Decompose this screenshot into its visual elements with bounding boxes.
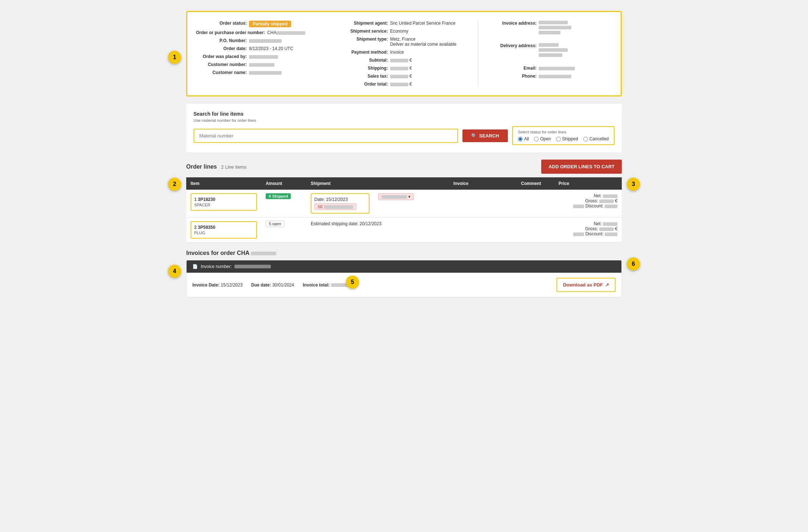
row2-est-shipping: Estimated shipping date: 20/12/2023: [311, 221, 445, 226]
row2-price-col: Net: Gross: € Discount:: [554, 218, 622, 243]
row2-price-discount: Discount:: [559, 231, 617, 236]
shipment-agent-value: Snc United Parcel Service France: [390, 21, 456, 26]
col-header-price: Price: [554, 177, 622, 190]
order-total-label: Order total:: [337, 82, 388, 87]
order-date-label: Order date:: [196, 46, 247, 51]
row1-item-box: 1 3P18230 SPACER: [191, 193, 257, 211]
sales-tax-label: Sales tax:: [337, 74, 388, 79]
row2-comment-col: [517, 218, 554, 243]
email-value: [539, 66, 575, 71]
row1-item-col: 1 3P18230 SPACER: [186, 190, 261, 218]
shipment-type-row: Shipment type: Metz, France Deliver as m…: [337, 37, 471, 47]
download-pdf-button[interactable]: Download as PDF ↗: [556, 278, 616, 292]
invoice-address-row: Invoice address:: [486, 21, 612, 34]
annotation-5: 5: [346, 276, 359, 289]
search-input[interactable]: [193, 129, 458, 143]
p-number-value: [249, 38, 282, 43]
row1-item-number: 1 3P18230: [194, 197, 253, 202]
order-date-row: Order date: 8/12/2023 - 14.20 UTC: [196, 46, 330, 51]
invoice-card: 📄 Invoice number: Invoice Date: 15/12/20…: [186, 260, 622, 297]
row2-shipment-col: Estimated shipping date: 20/12/2023: [306, 218, 449, 243]
order-mid-col: Shipment agent: Snc United Parcel Servic…: [337, 21, 471, 87]
shipping-label: Shipping:: [337, 66, 388, 71]
order-date-value: 8/12/2023 - 14.20 UTC: [249, 46, 293, 51]
col-header-amount: Amount: [261, 177, 306, 190]
sales-tax-row: Sales tax: €: [337, 74, 471, 79]
status-options: All Open Shipped Cancelled: [518, 136, 609, 141]
annotation-2: 2: [168, 178, 181, 191]
customer-name-row: Customer name:: [196, 70, 330, 75]
search-section: Search for line items Use material numbe…: [186, 104, 622, 152]
status-option-all[interactable]: All: [518, 136, 529, 141]
row2-price-net: Net:: [559, 221, 617, 226]
order-lines-section: Order lines 2 Line items ADD ORDER LINES…: [186, 160, 622, 243]
search-row: 🔍 SEARCH Select status for order lines A…: [193, 126, 615, 145]
row1-shipment-col: Date: 15/12/2023 SE: [306, 190, 374, 218]
order-lines-table: Item Amount Shipment Invoice Comment Pri…: [186, 177, 622, 243]
order-left-col: Order status: Partially shipped Order or…: [196, 21, 330, 87]
payment-method-label: Payment method:: [337, 50, 388, 55]
email-row: Email:: [486, 66, 612, 71]
download-pdf-label: Download as PDF: [563, 282, 603, 288]
invoice-address-value: [539, 21, 571, 34]
search-title: Search for line items: [193, 111, 615, 117]
annotation-1: 1: [168, 51, 181, 64]
row1-invoice-col: [449, 190, 517, 218]
search-hint: Use material number for order lines: [193, 118, 615, 123]
col-header-invoice: Invoice: [449, 177, 517, 190]
col-header-shipment: Shipment: [306, 177, 374, 190]
invoice-address-label: Invoice address:: [486, 21, 536, 26]
row1-price-col: Net: Gross: € Discount:: [554, 190, 622, 218]
order-total-value: €: [390, 82, 412, 87]
status-option-cancelled[interactable]: Cancelled: [583, 136, 609, 141]
row1-shipment-ref: SE: [314, 203, 356, 210]
delivery-address-label: Delivery address:: [486, 43, 536, 48]
add-order-lines-to-cart-button[interactable]: ADD ORDER LINES TO CART: [541, 160, 622, 174]
po-number-label: Order or purchase order number:: [196, 30, 265, 35]
invoice-body: Invoice Date: 15/12/2023 Due date: 30/01…: [187, 273, 621, 297]
table-row: 2 3P59350 PLUG 5 open Estimated: [186, 218, 622, 243]
search-input-wrap: [193, 129, 458, 143]
row2-open-badge: 5 open: [266, 220, 285, 227]
customer-number-row: Customer number:: [196, 62, 330, 67]
po-number-row: Order or purchase order number: CHA: [196, 30, 330, 35]
customer-number-label: Customer number:: [196, 62, 247, 67]
order-details-card: Order status: Partially shipped Order or…: [186, 11, 622, 96]
invoice-header: 📄 Invoice number:: [187, 260, 621, 273]
placed-by-label: Order was placed by:: [196, 54, 247, 59]
row2-item-col: 2 3P59350 PLUG: [186, 218, 261, 243]
row2-item-name: PLUG: [194, 231, 253, 235]
p-number-label: P.O. Number:: [196, 38, 247, 43]
row1-amount-col: 4 Shipped: [261, 190, 306, 218]
p-number-row: P.O. Number:: [196, 38, 330, 43]
search-icon: 🔍: [471, 133, 477, 139]
row1-price-net: Net:: [559, 193, 617, 198]
customer-name-value: [249, 70, 282, 75]
export-icon: ↗: [605, 282, 609, 288]
search-button[interactable]: 🔍 SEARCH: [462, 129, 508, 142]
col-header-comment: Comment: [517, 177, 554, 190]
subtotal-label: Subtotal:: [337, 58, 388, 63]
order-status-badge: Partially shipped: [249, 21, 291, 27]
due-date-label: Due date: 30/01/2024: [251, 283, 294, 288]
status-option-open[interactable]: Open: [534, 136, 551, 141]
order-status-label: Order status:: [196, 21, 247, 26]
status-option-shipped[interactable]: Shipped: [556, 136, 578, 141]
row1-shipped-badge: 4 Shipped: [266, 193, 291, 199]
status-filter-label: Select status for order lines: [518, 130, 609, 134]
shipment-service-row: Shipment service: Economy: [337, 29, 471, 34]
row1-invoice-dropdown[interactable]: ▾: [378, 193, 414, 200]
invoices-section: Invoices for order CHA 📄 Invoice number:…: [186, 250, 622, 297]
customer-number-value: [249, 62, 274, 67]
row2-amount-col: 5 open: [261, 218, 306, 243]
sales-tax-value: €: [390, 74, 412, 79]
row2-item-box: 2 3P59350 PLUG: [191, 221, 257, 239]
order-right-col: Invoice address: Delivery address: Email…: [478, 21, 612, 87]
shipment-type-value: Metz, France Deliver as material come av…: [390, 37, 457, 47]
placed-by-row: Order was placed by:: [196, 54, 330, 59]
row2-item-number: 2 3P59350: [194, 225, 253, 230]
invoices-title: Invoices for order CHA: [186, 250, 622, 256]
order-lines-count: 2 Line items: [221, 164, 246, 170]
shipping-value: €: [390, 66, 412, 71]
row1-shipment-date: Date: 15/12/2023: [314, 197, 366, 202]
